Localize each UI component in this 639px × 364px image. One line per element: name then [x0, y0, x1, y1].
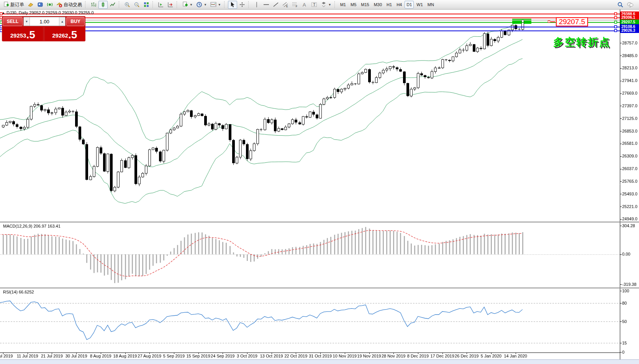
price-axis-label: 26309.0 [622, 154, 637, 158]
signals-button[interactable] [45, 1, 54, 9]
bar-chart-button[interactable] [89, 1, 98, 9]
arrows-tool-dropdown[interactable]: ▼ [319, 1, 333, 9]
order-plus-icon [182, 2, 188, 8]
zoom-in-button[interactable] [123, 1, 132, 9]
chat-button[interactable] [625, 1, 635, 9]
toolbar-separator [152, 1, 155, 8]
price-callout-label[interactable]: 29207.5 [556, 17, 588, 26]
trendline-tool[interactable] [271, 1, 280, 9]
bar-chart-icon [90, 2, 97, 8]
timeframe-button-m1[interactable]: M1 [338, 1, 348, 8]
market-watch-button[interactable] [26, 1, 35, 9]
tile-windows-icon [143, 2, 149, 8]
price-axis-label: 27669.0 [622, 91, 637, 95]
terminal-button[interactable] [36, 1, 45, 9]
svg-text:F: F [296, 5, 297, 8]
buy-price-display[interactable]: 29262.5 [45, 27, 85, 41]
indicators-dropdown[interactable]: ▼ [209, 1, 223, 9]
one-click-trading-panel: SELL ▼ 1.00 ▲ BUY 29253.5 29262.5 [2, 16, 85, 41]
search-button[interactable] [616, 1, 625, 9]
equidistant-channel-tool[interactable]: E [281, 1, 290, 9]
terminal-icon [37, 2, 43, 8]
timeframe-button-w1[interactable]: W1 [415, 1, 425, 8]
sell-price-display[interactable]: 29253.5 [3, 27, 43, 41]
chat-icon [627, 2, 634, 8]
auto-scroll-icon [167, 2, 174, 8]
candle-chart-icon [100, 2, 106, 8]
rsi-axis-label: 80 [622, 301, 627, 305]
svg-text:T: T [313, 2, 316, 7]
callout-anchor-handle[interactable] [548, 20, 550, 23]
trendline-icon [273, 2, 279, 8]
volume-value[interactable]: 1.00 [30, 17, 59, 26]
rsi-indicator-label: RSI(14) 66.6252 [3, 290, 34, 294]
timeframe-button-h4[interactable]: H4 [395, 1, 404, 8]
line-chart-icon [110, 2, 116, 8]
buy-price-main: 29262 [52, 31, 68, 40]
triangle-down-icon: ▼ [25, 20, 28, 23]
new-order-dropdown[interactable]: ▼ [180, 1, 194, 9]
new-order-button[interactable]: 新订单 [2, 1, 26, 9]
turning-point-annotation[interactable]: 多空转折点 [553, 35, 611, 49]
crosshair-icon [239, 2, 245, 8]
chevron-down-icon: ▼ [328, 3, 331, 7]
price-axis-label: 25221.0 [622, 204, 637, 209]
status-bar [0, 359, 639, 364]
timeframe-button-m15[interactable]: M15 [359, 1, 371, 8]
auto-scroll-button[interactable] [166, 1, 175, 9]
horizontal-line-icon [263, 2, 269, 8]
cursor-tool-button[interactable] [228, 1, 237, 9]
buy-button[interactable]: BUY [66, 17, 85, 26]
toolbar-separator [177, 1, 179, 8]
price-axis-label: 26037.0 [622, 166, 637, 171]
toolbar-separator [248, 1, 251, 8]
timeframe-button-m30[interactable]: M30 [372, 1, 384, 8]
search-icon [617, 2, 623, 8]
price-axis-label: 25765.0 [622, 179, 637, 184]
main-toolbar: 新订单 自动交易 [0, 0, 639, 10]
volume-increase-button[interactable]: ▲ [59, 17, 65, 26]
sell-button[interactable]: SELL [3, 17, 23, 26]
tile-windows-button[interactable] [142, 1, 151, 9]
candle-chart-button[interactable] [98, 1, 108, 9]
price-axis-label: 26581.0 [622, 141, 637, 146]
chart-title: DJ30, Daily 29052.0 29259.0 29030.0 2925… [7, 10, 94, 15]
timeframe-button-m5[interactable]: M5 [349, 1, 358, 8]
auto-trading-icon [56, 2, 62, 8]
crosshair-tool-button[interactable] [238, 1, 247, 9]
macd-axis-label: 304.28 [622, 223, 635, 228]
line-chart-button[interactable] [108, 1, 117, 9]
auto-trading-button[interactable]: 自动交易 [55, 1, 84, 9]
svg-text:A: A [303, 2, 306, 8]
chevron-down-icon: ▼ [190, 3, 193, 7]
svg-text:E: E [286, 5, 288, 8]
volume-decrease-button[interactable]: ▼ [24, 17, 30, 26]
period-dropdown[interactable]: ▼ [195, 1, 208, 9]
chevron-down-icon: ▼ [218, 3, 221, 7]
macd-axis-label: 0.00 [622, 252, 630, 256]
text-tool[interactable]: A [300, 1, 309, 9]
arrows-icon [321, 2, 327, 8]
price-axis-label: 25493.0 [622, 192, 637, 196]
chart-canvas[interactable] [0, 0, 639, 364]
text-label-tool[interactable]: T [310, 1, 319, 9]
timeframe-button-d1[interactable]: D1 [405, 1, 414, 8]
chart-shift-icon [158, 2, 164, 8]
zoom-out-button[interactable] [132, 1, 141, 9]
timeframe-button-mn[interactable]: MN [426, 1, 436, 8]
price-axis-label: 28213.0 [622, 66, 637, 70]
price-axis-label: 24949.0 [622, 216, 637, 221]
price-line-tag: 29026.3 [620, 28, 639, 33]
rsi-axis-label: 15 [622, 341, 627, 345]
fibonacci-icon: F [292, 2, 298, 8]
auto-trading-label: 自动交易 [64, 2, 82, 8]
vertical-line-tool[interactable] [252, 1, 261, 9]
horizontal-line-tool[interactable] [262, 1, 271, 9]
timeframe-button-h1[interactable]: H1 [385, 1, 394, 8]
sell-price-main: 29253 [10, 31, 26, 40]
symbol-marker-icon: ▲ [2, 11, 5, 15]
volume-input[interactable]: ▼ 1.00 ▲ [23, 17, 66, 26]
fibonacci-tool[interactable]: F [290, 1, 300, 9]
chart-shift-button[interactable] [156, 1, 165, 9]
price-axis-label: 28485.0 [622, 53, 637, 58]
